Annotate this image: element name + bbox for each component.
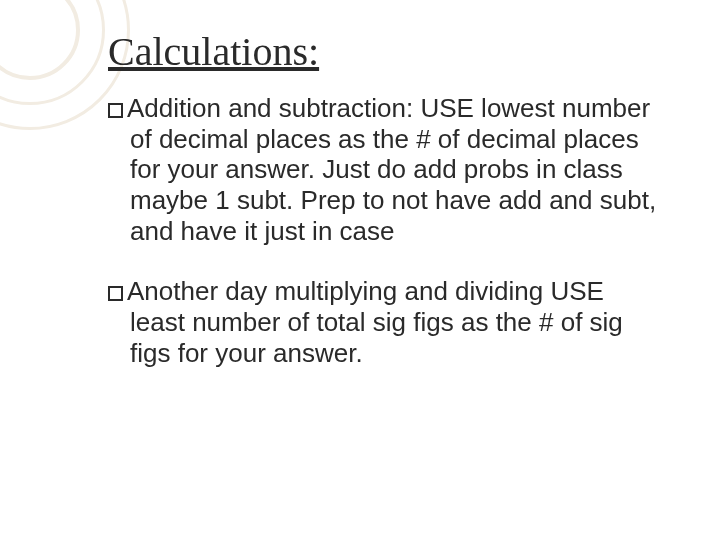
bullet-1: Addition and subtraction: USE lowest num… xyxy=(108,93,660,246)
square-bullet-icon xyxy=(108,103,123,118)
bullet-2-lead: Another day xyxy=(127,276,274,306)
bullet-2: Another day multiplying and dividing USE… xyxy=(108,276,660,368)
slide-title: Calculations: xyxy=(108,28,660,75)
slide-content: Calculations: Addition and subtraction: … xyxy=(0,0,720,540)
square-bullet-icon xyxy=(108,286,123,301)
bullet-1-lead: Addition and subtraction: xyxy=(127,93,420,123)
